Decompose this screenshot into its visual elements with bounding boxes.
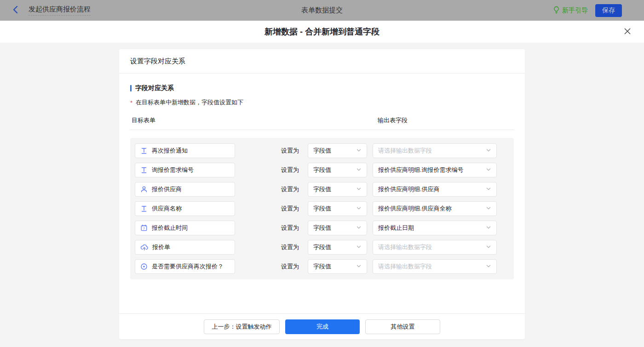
chevron-down-icon (356, 186, 362, 193)
text-icon (140, 147, 148, 154)
lightbulb-icon (553, 6, 560, 15)
chevron-down-icon (486, 167, 491, 174)
chevron-down-icon (486, 263, 491, 270)
beginner-guide-link[interactable]: 新手引导 (553, 6, 588, 15)
output-field-value: 报价供应商明细.供应商 (378, 185, 440, 193)
output-field-value: 请选择输出数据字段 (378, 262, 432, 271)
output-field-value: 报价截止日期 (378, 224, 414, 232)
chevron-down-icon (486, 186, 491, 193)
done-button[interactable]: 完成 (285, 319, 360, 334)
card-header-title: 设置字段对应关系 (130, 57, 185, 66)
chevron-down-icon (486, 205, 491, 212)
value-type-select[interactable]: 字段值 (308, 163, 367, 177)
set-as-label: 设置为 (281, 147, 300, 155)
settings-card: 设置字段对应关系 字段对应关系 * 在目标表单中新增数据，字段值设置如下 目标表… (119, 49, 525, 339)
chevron-down-icon (356, 225, 362, 232)
back-button[interactable] (12, 5, 19, 16)
value-type-select[interactable]: 字段值 (308, 143, 367, 158)
set-as-label: 设置为 (281, 243, 300, 251)
back-chevron-icon (12, 5, 19, 16)
target-field-chip[interactable]: 报价供应商 (135, 182, 235, 197)
target-field-chip[interactable]: 报价单 (135, 240, 235, 255)
target-field-chip[interactable]: 询报价需求编号 (135, 163, 235, 177)
value-type-select[interactable]: 字段值 (308, 259, 367, 274)
target-field-chip[interactable]: 再次报价通知 (135, 143, 235, 158)
modal-body: 设置字段对应关系 字段对应关系 * 在目标表单中新增数据，字段值设置如下 目标表… (0, 49, 644, 347)
field-mapping-row: 是否需要供应商再次报价？ 设置为 字段值 请选择输出数据字段 (135, 259, 514, 274)
radio-icon (140, 263, 148, 270)
target-field-label: 供应商名称 (152, 205, 182, 213)
output-field-select[interactable]: 请选择输出数据字段 (373, 240, 497, 255)
chevron-down-icon (486, 225, 491, 232)
flow-title[interactable]: 发起供应商报价流程 (29, 5, 91, 16)
value-type-value: 字段值 (313, 224, 331, 232)
value-type-select[interactable]: 字段值 (308, 240, 367, 255)
chevron-down-icon (356, 244, 362, 251)
output-field-select[interactable]: 报价供应商明细.供应商全称 (373, 201, 497, 216)
chevron-down-icon (486, 148, 491, 154)
top-bar: 发起供应商报价流程 表单数据提交 新手引导 保存 (0, 0, 644, 21)
chevron-down-icon (356, 205, 362, 212)
output-field-select[interactable]: 报价供应商明细.供应商 (373, 182, 497, 197)
card-header: 设置字段对应关系 (119, 49, 525, 74)
section-title: 字段对应关系 (130, 84, 514, 92)
page-title: 表单数据提交 (301, 6, 343, 15)
field-mapping-row: 再次报价通知 设置为 字段值 请选择输出数据字段 (135, 143, 514, 158)
chevron-down-icon (356, 167, 362, 174)
card-footer: 上一步：设置触发动作 完成 其他设置 (119, 313, 525, 339)
field-mapping-row: 7 报价截止时间 设置为 字段值 报价截止日期 (135, 221, 514, 235)
card-body: 字段对应关系 * 在目标表单中新增数据，字段值设置如下 目标表单 输出表字段 再… (119, 84, 525, 279)
calendar-icon: 7 (140, 224, 148, 232)
field-mapping-row: 供应商名称 设置为 字段值 报价供应商明细.供应商全称 (135, 201, 514, 216)
output-field-value: 报价供应商明细.供应商全称 (378, 205, 452, 213)
target-field-label: 报价截止时间 (152, 224, 188, 232)
field-mapping-panel: 再次报价通知 设置为 字段值 请选择输出数据字段 询报价需求编号 设置为 字段值… (130, 138, 514, 279)
hint-row: * 在目标表单中新增数据，字段值设置如下 (130, 98, 514, 107)
other-settings-button[interactable]: 其他设置 (365, 319, 440, 334)
section-accent-bar (130, 85, 132, 91)
value-type-value: 字段值 (313, 166, 331, 174)
value-type-select[interactable]: 字段值 (308, 201, 367, 216)
set-as-label: 设置为 (281, 166, 300, 174)
value-type-value: 字段值 (313, 185, 331, 193)
col-header-output-field: 输出表字段 (378, 116, 408, 125)
previous-step-button[interactable]: 上一步：设置触发动作 (204, 319, 280, 334)
set-as-label: 设置为 (281, 224, 300, 232)
value-type-select[interactable]: 字段值 (308, 221, 367, 235)
person-icon (140, 186, 148, 193)
upload-icon (140, 244, 148, 251)
target-field-label: 询报价需求编号 (152, 166, 194, 174)
svg-text:7: 7 (143, 227, 145, 231)
field-mapping-row: 报价单 设置为 字段值 请选择输出数据字段 (135, 240, 514, 255)
output-field-select[interactable]: 请选择输出数据字段 (373, 259, 497, 274)
close-button[interactable] (622, 26, 633, 37)
hint-text: 在目标表单中新增数据，字段值设置如下 (136, 98, 243, 107)
set-as-label: 设置为 (281, 205, 300, 213)
target-field-chip[interactable]: 是否需要供应商再次报价？ (135, 259, 235, 274)
output-field-select[interactable]: 请选择输出数据字段 (373, 143, 497, 158)
chevron-down-icon (356, 263, 362, 270)
target-field-chip[interactable]: 7 报价截止时间 (135, 221, 235, 235)
set-as-label: 设置为 (281, 185, 300, 193)
target-field-chip[interactable]: 供应商名称 (135, 201, 235, 216)
value-type-value: 字段值 (313, 147, 331, 155)
save-button[interactable]: 保存 (595, 4, 622, 17)
value-type-value: 字段值 (313, 262, 331, 271)
beginner-guide-label: 新手引导 (562, 6, 588, 15)
modal-title: 新增数据 - 合并新增到普通字段 (264, 26, 380, 37)
set-as-label: 设置为 (281, 262, 300, 271)
target-field-label: 报价供应商 (152, 185, 182, 193)
required-asterisk: * (130, 99, 132, 106)
output-field-value: 请选择输出数据字段 (378, 147, 432, 155)
value-type-select[interactable]: 字段值 (308, 182, 367, 197)
output-field-select[interactable]: 报价截止日期 (373, 221, 497, 235)
target-field-label: 是否需要供应商再次报价？ (152, 262, 224, 271)
field-mapping-row: 询报价需求编号 设置为 字段值 报价供应商明细.询报价需求编号 (135, 163, 514, 177)
chevron-down-icon (356, 148, 362, 154)
close-icon (623, 30, 632, 37)
output-field-select[interactable]: 报价供应商明细.询报价需求编号 (373, 163, 497, 177)
output-field-value: 请选择输出数据字段 (378, 243, 432, 251)
target-field-label: 报价单 (152, 243, 170, 251)
col-header-target-form: 目标表单 (132, 116, 378, 125)
value-type-value: 字段值 (313, 243, 331, 251)
